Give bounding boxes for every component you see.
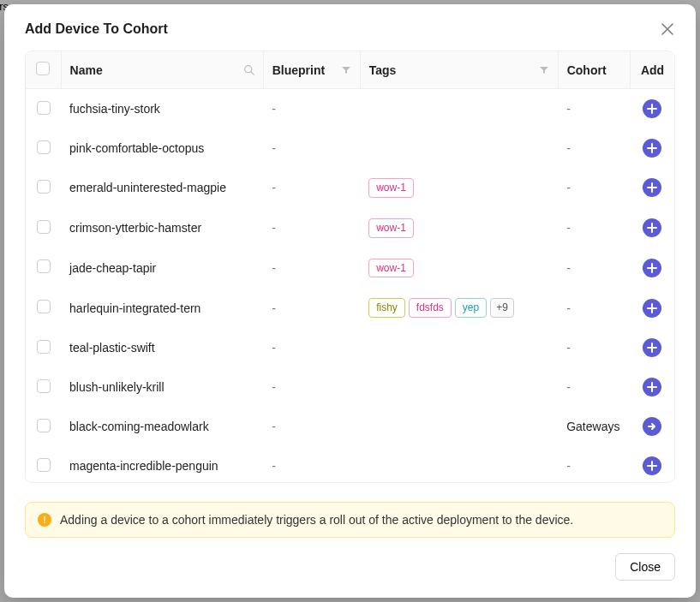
device-tags bbox=[360, 446, 558, 483]
device-blueprint: - bbox=[263, 328, 360, 367]
plus-icon bbox=[647, 223, 657, 233]
plus-icon bbox=[647, 104, 657, 114]
add-device-modal: Add Device To Cohort Name bbox=[4, 4, 696, 598]
row-checkbox[interactable] bbox=[37, 140, 51, 154]
tag[interactable]: wow-1 bbox=[368, 259, 414, 278]
device-blueprint: - bbox=[263, 248, 360, 289]
header-name: Name bbox=[61, 51, 263, 89]
device-blueprint: - bbox=[263, 168, 360, 208]
device-blueprint: - bbox=[263, 208, 360, 248]
tag[interactable]: yep bbox=[455, 298, 487, 318]
tag[interactable]: fishy bbox=[368, 298, 405, 318]
device-tags bbox=[360, 128, 558, 168]
device-blueprint: - bbox=[263, 367, 360, 407]
close-button[interactable]: Close bbox=[615, 553, 675, 581]
plus-icon bbox=[647, 382, 657, 392]
table-row: harlequin-integrated-tern-fishyfdsfdsyep… bbox=[26, 288, 674, 328]
device-cohort: - bbox=[558, 89, 630, 129]
close-icon[interactable] bbox=[660, 21, 675, 37]
header-cohort: Cohort bbox=[558, 51, 630, 89]
add-to-cohort-button[interactable] bbox=[643, 378, 661, 396]
header-blueprint-label: Blueprint bbox=[272, 63, 325, 77]
table-row: magenta-incredible-penguin-- bbox=[26, 446, 674, 483]
add-to-cohort-button[interactable] bbox=[643, 99, 661, 118]
device-tags bbox=[360, 407, 558, 446]
tag[interactable]: fdsfds bbox=[409, 298, 452, 318]
filter-icon[interactable] bbox=[539, 65, 549, 75]
row-checkbox[interactable] bbox=[37, 180, 51, 194]
header-name-label: Name bbox=[70, 63, 103, 77]
plus-icon bbox=[647, 303, 657, 313]
device-name: harlequin-integrated-tern bbox=[61, 288, 263, 328]
device-name: pink-comfortable-octopus bbox=[61, 128, 263, 168]
modal-footer: Close bbox=[25, 553, 675, 581]
warning-text: Adding a device to a cohort immediately … bbox=[60, 513, 573, 527]
row-checkbox[interactable] bbox=[37, 379, 51, 393]
search-icon[interactable] bbox=[243, 64, 254, 75]
warning-icon: ! bbox=[38, 513, 51, 527]
device-name: jade-cheap-tapir bbox=[61, 248, 263, 289]
device-blueprint: - bbox=[263, 288, 360, 328]
table-row: emerald-uninterested-magpie-wow-1- bbox=[26, 168, 674, 208]
device-tags bbox=[360, 328, 558, 367]
device-tags bbox=[360, 367, 558, 407]
header-blueprint: Blueprint bbox=[263, 51, 360, 89]
row-checkbox[interactable] bbox=[37, 101, 51, 115]
add-to-cohort-button[interactable] bbox=[643, 259, 661, 277]
device-tags: fishyfdsfdsyep+9 bbox=[360, 288, 558, 328]
tag-more[interactable]: +9 bbox=[490, 298, 514, 318]
filter-icon[interactable] bbox=[341, 65, 351, 75]
row-checkbox[interactable] bbox=[37, 419, 51, 432]
device-name: black-coming-meadowlark bbox=[61, 407, 263, 446]
device-cohort: - bbox=[558, 288, 630, 328]
row-checkbox[interactable] bbox=[37, 220, 51, 234]
device-name: magenta-incredible-penguin bbox=[61, 446, 263, 483]
tag[interactable]: wow-1 bbox=[368, 218, 414, 238]
device-cohort: - bbox=[558, 328, 630, 367]
table-row: pink-comfortable-octopus-- bbox=[26, 128, 674, 168]
table-row: teal-plastic-swift-- bbox=[26, 328, 674, 367]
device-blueprint: - bbox=[263, 128, 360, 168]
add-to-cohort-button[interactable] bbox=[643, 139, 661, 158]
row-checkbox[interactable] bbox=[37, 300, 51, 313]
device-name: teal-plastic-swift bbox=[61, 328, 263, 367]
device-blueprint: - bbox=[263, 407, 360, 446]
device-cohort: - bbox=[558, 367, 630, 407]
plus-icon bbox=[647, 182, 657, 193]
header-add: Add bbox=[631, 51, 674, 89]
table-row: jade-cheap-tapir-wow-1- bbox=[26, 248, 674, 289]
device-tags: wow-1 bbox=[360, 208, 558, 248]
header-tags-label: Tags bbox=[369, 63, 397, 77]
device-cohort: - bbox=[558, 248, 630, 289]
add-to-cohort-button[interactable] bbox=[643, 456, 661, 475]
warning-alert: ! Adding a device to a cohort immediatel… bbox=[25, 502, 675, 538]
device-blueprint: - bbox=[263, 89, 360, 129]
plus-icon bbox=[647, 461, 657, 471]
add-to-cohort-button[interactable] bbox=[643, 299, 661, 318]
row-checkbox[interactable] bbox=[37, 340, 51, 354]
go-to-cohort-button[interactable] bbox=[643, 417, 661, 436]
tag[interactable]: wow-1 bbox=[368, 178, 414, 198]
add-to-cohort-button[interactable] bbox=[643, 218, 661, 237]
device-cohort: - bbox=[558, 128, 630, 168]
device-cohort: - bbox=[558, 168, 630, 208]
device-cohort: Gateways bbox=[558, 407, 630, 446]
select-all-checkbox[interactable] bbox=[36, 62, 50, 75]
row-checkbox[interactable] bbox=[37, 458, 51, 472]
device-tags bbox=[360, 89, 558, 129]
device-name: fuchsia-tiny-stork bbox=[61, 89, 263, 129]
modal-title: Add Device To Cohort bbox=[25, 21, 168, 37]
device-cohort: - bbox=[558, 446, 630, 483]
modal-header: Add Device To Cohort bbox=[25, 21, 675, 37]
add-to-cohort-button[interactable] bbox=[643, 338, 661, 357]
header-cohort-label: Cohort bbox=[567, 63, 607, 77]
plus-icon bbox=[647, 143, 657, 153]
header-add-label: Add bbox=[641, 63, 664, 77]
plus-icon bbox=[647, 343, 657, 353]
header-checkbox-cell bbox=[26, 51, 61, 89]
table-row: blush-unlikely-krill-- bbox=[26, 367, 674, 407]
add-to-cohort-button[interactable] bbox=[643, 178, 661, 197]
device-table: Name Blueprint bbox=[25, 51, 675, 483]
plus-icon bbox=[647, 263, 657, 273]
row-checkbox[interactable] bbox=[37, 259, 51, 273]
